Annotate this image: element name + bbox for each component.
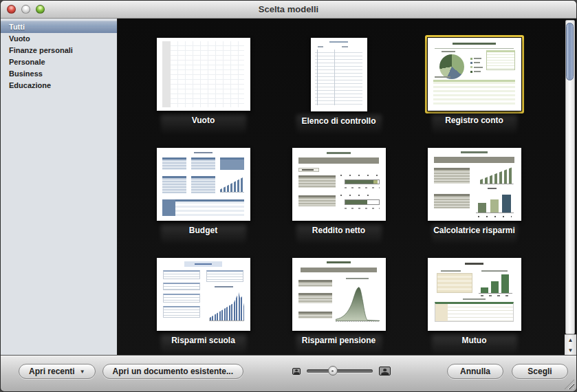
title-bar: Scelta modelli	[1, 1, 576, 19]
template-thumbnail-reddito[interactable]	[290, 145, 389, 224]
preview-income-table	[298, 175, 336, 188]
template-preview-mortgage	[428, 258, 521, 331]
sidebar-item-finanze-personali[interactable]: Finanze personali	[1, 45, 117, 56]
cancel-label: Annulla	[460, 367, 490, 376]
open-existing-label: Apri un documento esistente...	[113, 367, 233, 376]
template-preview-net-income	[292, 148, 386, 221]
preview-summary-table	[486, 50, 515, 70]
zoom-button[interactable]	[36, 5, 45, 14]
close-button[interactable]	[7, 5, 16, 14]
preview-table	[163, 283, 200, 290]
small-thumbnail-icon[interactable]	[292, 368, 301, 375]
template-preview-retirement-savings	[292, 258, 386, 331]
scrollbar: ▲ ▼	[565, 19, 576, 355]
scroll-up-arrow-icon[interactable]: ▲	[565, 335, 576, 345]
large-thumbnail-icon[interactable]	[379, 367, 391, 375]
template-cell-reddito: Reddito netto	[271, 145, 406, 255]
template-thumbnail-budget[interactable]	[154, 145, 253, 224]
template-name: Risparmi scuola	[171, 336, 235, 345]
preview-table	[298, 293, 332, 303]
template-cell-registro: Registro conto	[406, 35, 542, 145]
bottom-toolbar: Apri recenti ▼ Apri un documento esisten…	[1, 355, 576, 391]
cancel-button[interactable]: Annulla	[447, 364, 503, 379]
template-name: Budget	[189, 226, 217, 235]
template-cell-scuola: Risparmi scuola	[135, 255, 271, 365]
resize-grip[interactable]	[565, 380, 574, 389]
window-title: Scelta modelli	[259, 4, 318, 14]
template-name: Elenco di controllo	[301, 116, 375, 126]
template-preview-savings-calculator	[428, 148, 521, 221]
template-thumbnail-mutuo[interactable]	[425, 255, 524, 334]
template-cell-pensione: Risparmi pensione	[271, 255, 406, 365]
template-name: Vuoto	[192, 116, 215, 125]
template-name: Mutuo	[462, 336, 487, 345]
preview-inputs-table	[434, 168, 470, 184]
category-sidebar: Tutti Vuoto Finanze personali Personale …	[1, 19, 118, 355]
template-name: Registro conto	[445, 116, 503, 125]
template-cell-mutuo: Mutuo	[406, 255, 542, 365]
scrollbar-thumb[interactable]	[566, 23, 574, 80]
preview-table	[163, 294, 200, 303]
template-name: Calcolatrice risparmi	[433, 226, 515, 235]
preview-bar-chart	[209, 291, 245, 322]
open-recent-label: Apri recenti	[29, 367, 75, 376]
choose-label: Scegli	[527, 367, 552, 376]
sidebar-item-personale[interactable]: Personale	[1, 56, 117, 68]
chevron-down-icon: ▼	[80, 369, 85, 375]
minimize-button[interactable]	[21, 5, 30, 14]
template-preview-account-register	[428, 38, 521, 111]
preview-loan-table	[437, 273, 472, 293]
template-thumbnail-vuoto[interactable]	[154, 35, 253, 113]
template-preview-school-savings	[157, 258, 250, 331]
preview-register-table	[433, 80, 516, 105]
preview-table	[298, 312, 332, 318]
template-cell-budget: Budget	[135, 145, 271, 255]
preview-area-chart	[336, 281, 380, 322]
preview-results-table	[434, 194, 470, 208]
scrollbar-track[interactable]	[565, 20, 575, 334]
slider-thumb[interactable]	[328, 366, 338, 375]
template-grid: Vuoto Elenco di controllo	[118, 19, 565, 355]
template-preview-checklist	[311, 38, 367, 111]
preview-table	[163, 306, 200, 318]
open-recent-button[interactable]: Apri recenti ▼	[19, 364, 96, 379]
preview-bar-chart	[220, 176, 244, 192]
template-cell-calcolatrice: Calcolatrice risparmi	[406, 145, 542, 255]
choose-button[interactable]: Scegli	[512, 364, 568, 379]
preview-bar-chart	[480, 166, 514, 185]
thumbnail-size-slider[interactable]	[307, 369, 373, 373]
template-cell-vuoto: Vuoto	[135, 35, 271, 145]
scrollbar-arrows: ▲ ▼	[565, 334, 576, 355]
sidebar-item-tutti[interactable]: Tutti	[1, 21, 117, 33]
template-chooser-window: Scelta modelli Tutti Vuoto Finanze perso…	[0, 0, 577, 392]
template-thumbnail-registro-selected[interactable]	[425, 35, 524, 113]
preview-pie-chart	[439, 54, 464, 79]
preview-table	[298, 280, 332, 287]
template-preview-budget	[157, 148, 250, 221]
preview-table	[206, 270, 243, 282]
sidebar-item-vuoto[interactable]: Vuoto	[1, 33, 117, 45]
template-thumbnail-pensione[interactable]	[290, 255, 389, 334]
preview-schedule-table	[435, 302, 513, 323]
preview-table	[163, 270, 200, 279]
template-thumbnail-calcolatrice[interactable]	[425, 145, 524, 224]
sidebar-item-educazione[interactable]: Educazione	[1, 80, 117, 91]
template-name: Risparmi pensione	[302, 336, 375, 345]
preview-expense-table	[298, 195, 336, 206]
template-preview-blank-spreadsheet	[157, 38, 250, 111]
template-thumbnail-elenco[interactable]	[308, 35, 370, 114]
open-existing-document-button[interactable]: Apri un documento esistente...	[102, 364, 243, 379]
template-name: Reddito netto	[312, 226, 365, 235]
preview-hbar-chart	[345, 199, 380, 204]
preview-hbar-chart	[345, 179, 380, 184]
scroll-down-arrow-icon[interactable]: ▼	[565, 345, 576, 356]
template-thumbnail-scuola[interactable]	[154, 255, 253, 334]
sidebar-item-business[interactable]: Business	[1, 68, 117, 80]
thumbnail-size-control	[292, 367, 391, 375]
template-cell-elenco: Elenco di controllo	[271, 35, 406, 145]
